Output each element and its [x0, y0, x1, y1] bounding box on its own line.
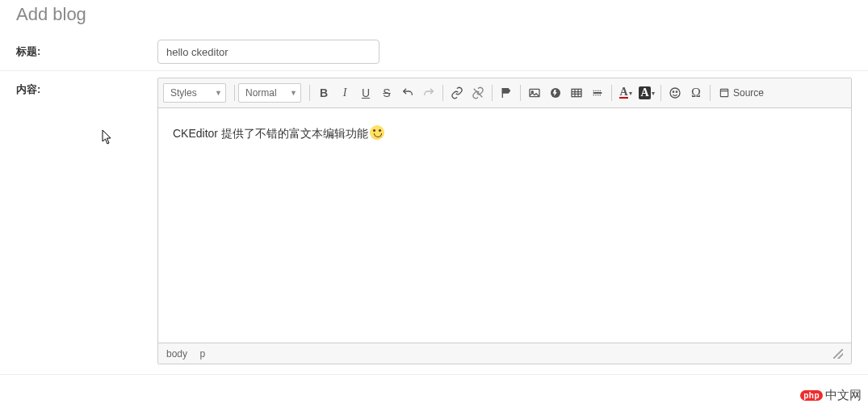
element-path: body p — [166, 348, 215, 360]
strike-button[interactable]: S — [376, 82, 397, 103]
flash-button[interactable] — [545, 82, 566, 103]
specialchar-button[interactable]: Ω — [686, 82, 707, 103]
toolbar-separator — [611, 85, 612, 101]
toolbar-separator — [492, 85, 493, 101]
title-row: 标题: — [0, 33, 868, 71]
smiley-icon — [370, 125, 384, 140]
toolbar-separator — [660, 85, 661, 101]
toolbar-separator — [520, 85, 521, 101]
styles-dropdown-label: Styles — [170, 87, 197, 99]
styles-dropdown[interactable]: Styles ▼ — [163, 83, 226, 103]
source-button-label: Source — [733, 87, 764, 99]
page-title: Add blog — [0, 0, 868, 33]
editor-statusbar: body p — [158, 343, 851, 364]
unlink-button[interactable] — [468, 82, 489, 103]
underline-button[interactable]: U — [355, 82, 376, 103]
editor-content-area[interactable]: CKEditor 提供了不错的富文本编辑功能 — [158, 108, 851, 343]
editor-toolbar: Styles ▼ Normal ▼ B I U S — [158, 78, 851, 108]
title-label: 标题: — [16, 40, 157, 59]
redo-button[interactable] — [418, 82, 439, 103]
bgcolor-button[interactable]: A▾ — [636, 82, 657, 103]
format-dropdown-label: Normal — [245, 87, 277, 99]
hr-button[interactable] — [587, 82, 608, 103]
svg-point-15 — [676, 91, 677, 92]
image-button[interactable] — [524, 82, 545, 103]
link-button[interactable] — [447, 82, 468, 103]
undo-button[interactable] — [397, 82, 418, 103]
chevron-down-icon: ▼ — [215, 89, 222, 97]
anchor-button[interactable] — [496, 82, 517, 103]
source-button[interactable]: Source — [714, 83, 769, 103]
path-body[interactable]: body — [166, 348, 187, 360]
svg-point-14 — [673, 91, 673, 92]
content-label: 内容: — [16, 78, 157, 97]
svg-rect-1 — [502, 88, 503, 98]
svg-rect-16 — [720, 89, 728, 96]
table-button[interactable] — [566, 82, 587, 103]
toolbar-separator — [234, 85, 235, 101]
editor-text: CKEditor 提供了不错的富文本编辑功能 — [173, 127, 368, 140]
format-dropdown[interactable]: Normal ▼ — [238, 83, 301, 103]
italic-button[interactable]: I — [334, 82, 355, 103]
textcolor-button[interactable]: A▾ — [615, 82, 636, 103]
bold-button[interactable]: B — [313, 82, 334, 103]
ckeditor: Styles ▼ Normal ▼ B I U S — [157, 78, 852, 364]
path-p[interactable]: p — [199, 348, 205, 360]
chevron-down-icon: ▼ — [290, 89, 297, 97]
smiley-button[interactable] — [665, 82, 686, 103]
resize-handle[interactable] — [833, 349, 843, 359]
toolbar-separator — [710, 85, 711, 101]
svg-rect-5 — [572, 89, 581, 96]
content-row: 内容: Styles ▼ Normal ▼ B I U S — [0, 71, 868, 375]
title-input[interactable] — [157, 40, 379, 64]
toolbar-separator — [442, 85, 443, 101]
svg-point-13 — [670, 88, 680, 98]
toolbar-separator — [309, 85, 310, 101]
